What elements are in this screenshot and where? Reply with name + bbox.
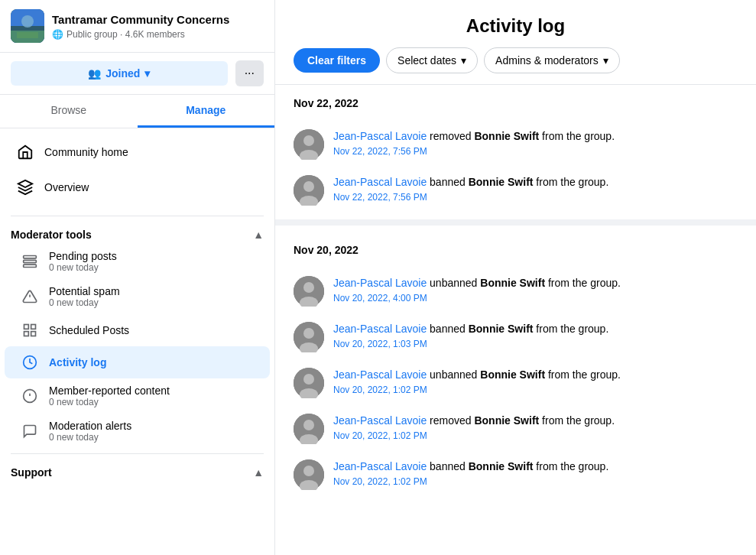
svg-rect-11 [24, 325, 29, 329]
action-0-1: banned [430, 176, 469, 188]
moderation-alerts-count: 0 new today [49, 432, 131, 443]
member-reported-info: Member-reported content 0 new today [49, 385, 170, 407]
log-text-1-1: Jean-Pascal Lavoie banned Bonnie Swift f… [333, 322, 738, 349]
log-entry-0-0: Jean-Pascal Lavoie removed Bonnie Swift … [275, 122, 756, 167]
log-action-1-2: Jean-Pascal Lavoie unbanned Bonnie Swift… [333, 368, 738, 383]
nav-item-potential-spam[interactable]: Potential spam 0 new today [5, 279, 270, 314]
log-action-0-0: Jean-Pascal Lavoie removed Bonnie Swift … [333, 129, 738, 144]
target-1-3: Bonnie Swift [474, 414, 539, 427]
target-1-2: Bonnie Swift [480, 368, 545, 381]
home-icon [15, 142, 35, 162]
avatar-0-1 [294, 175, 324, 206]
select-dates-chevron-icon: ▾ [461, 54, 466, 67]
svg-marker-5 [18, 180, 32, 187]
log-entry-1-2: Jean-Pascal Lavoie unbanned Bonnie Swift… [275, 360, 756, 406]
moderator-tools-title: Moderator tools [11, 229, 92, 241]
log-entry-1-3: Jean-Pascal Lavoie removed Bonnie Swift … [275, 406, 756, 452]
svg-rect-6 [24, 256, 37, 258]
timestamp-1-4: Nov 20, 2022, 1:02 PM [333, 476, 738, 487]
flag-icon [20, 386, 40, 406]
activity-log-label: Activity log [49, 356, 106, 368]
globe-icon: 🌐 [52, 29, 63, 40]
log-action-1-4: Jean-Pascal Lavoie banned Bonnie Swift f… [333, 459, 738, 475]
action-1-1: banned [430, 323, 469, 335]
activity-panel: Activity log Clear filters Select dates … [275, 0, 756, 555]
nav-item-moderation-alerts[interactable]: Moderation alerts 0 new today [5, 414, 270, 449]
nav-item-pending-posts[interactable]: Pending posts 0 new today [5, 244, 270, 279]
moderator-tools-collapse-button[interactable]: ▲ [253, 229, 264, 241]
log-entry-1-4: Jean-Pascal Lavoie banned Bonnie Swift f… [275, 452, 756, 498]
scheduled-posts-info: Scheduled Posts [49, 324, 129, 336]
tabs: Browse Manage [0, 95, 274, 128]
svg-rect-13 [24, 332, 29, 336]
avatar-1-4 [294, 459, 324, 490]
nav-item-activity-log[interactable]: Activity log [5, 346, 270, 378]
svg-point-26 [303, 282, 314, 293]
tab-browse[interactable]: Browse [0, 95, 138, 128]
svg-point-23 [303, 181, 314, 192]
actor-0-1: Jean-Pascal Lavoie [333, 176, 427, 188]
tail-1-1: from the group. [536, 323, 608, 335]
timestamp-0-1: Nov 22, 2022, 7:56 PM [333, 192, 738, 203]
support-collapse-button[interactable]: ▲ [253, 466, 264, 479]
date-heading-nov20: Nov 20, 2022 [294, 244, 738, 256]
target-0-1: Bonnie Swift [469, 176, 534, 188]
moderation-alerts-info: Moderation alerts 0 new today [49, 420, 131, 443]
support-title: Support [11, 466, 52, 479]
group-header: Tantramar Community Concerns 🌐 Public gr… [0, 0, 274, 53]
layers-icon [15, 177, 35, 197]
log-action-1-1: Jean-Pascal Lavoie banned Bonnie Swift f… [333, 322, 738, 337]
action-0-0: removed [430, 130, 474, 142]
log-text-0-0: Jean-Pascal Lavoie removed Bonnie Swift … [333, 129, 738, 157]
more-options-button[interactable]: ··· [235, 60, 264, 86]
group-avatar [11, 9, 44, 43]
svg-point-32 [303, 374, 314, 385]
activity-header: Activity log Clear filters Select dates … [275, 0, 756, 85]
avatar-0-0 [294, 129, 324, 160]
log-action-1-0: Jean-Pascal Lavoie unbanned Bonnie Swift… [333, 276, 738, 291]
tab-manage[interactable]: Manage [138, 95, 275, 128]
community-home-label: Community home [44, 146, 128, 158]
action-1-3: removed [430, 414, 474, 427]
actor-1-4: Jean-Pascal Lavoie [333, 460, 427, 472]
log-entry-0-1: Jean-Pascal Lavoie banned Bonnie Swift f… [275, 167, 756, 213]
clock-icon [20, 352, 40, 372]
timestamp-1-0: Nov 20, 2022, 4:00 PM [333, 293, 738, 303]
nav-item-overview[interactable]: Overview [5, 170, 270, 205]
admins-moderators-button[interactable]: Admins & moderators ▾ [484, 47, 620, 73]
tail-1-4: from the group. [536, 460, 608, 472]
joined-button[interactable]: 👥 Joined ▾ [11, 61, 228, 86]
clear-filters-button[interactable]: Clear filters [294, 48, 380, 73]
chevron-down-icon: ▾ [144, 67, 150, 80]
select-dates-button[interactable]: Select dates ▾ [386, 47, 478, 73]
activity-log-title: Activity log [294, 15, 738, 37]
log-action-1-3: Jean-Pascal Lavoie removed Bonnie Swift … [333, 414, 738, 429]
nav-item-member-reported[interactable]: Member-reported content 0 new today [5, 378, 270, 414]
main-content: Activity log Clear filters Select dates … [275, 0, 756, 555]
actor-1-0: Jean-Pascal Lavoie [333, 277, 427, 289]
potential-spam-label: Potential spam [49, 285, 120, 297]
pending-posts-info: Pending posts 0 new today [49, 250, 117, 273]
svg-rect-4 [17, 32, 38, 38]
target-0-0: Bonnie Swift [474, 130, 539, 142]
svg-rect-14 [31, 332, 36, 336]
moderation-alerts-label: Moderation alerts [49, 420, 131, 432]
timestamp-1-2: Nov 20, 2022, 1:02 PM [333, 385, 738, 395]
actor-1-3: Jean-Pascal Lavoie [333, 414, 427, 427]
nav-item-scheduled-posts[interactable]: Scheduled Posts [5, 314, 270, 346]
date-section-nov22: Nov 22, 2022 [275, 85, 756, 122]
group-info: Tantramar Community Concerns 🌐 Public gr… [52, 12, 264, 40]
svg-rect-7 [24, 260, 37, 262]
timestamp-0-0: Nov 22, 2022, 7:56 PM [333, 146, 738, 157]
pending-posts-count: 0 new today [49, 262, 117, 273]
filter-bar: Clear filters Select dates ▾ Admins & mo… [294, 47, 738, 73]
action-1-0: unbanned [430, 277, 480, 289]
timestamp-1-3: Nov 20, 2022, 1:02 PM [333, 430, 738, 441]
scheduled-posts-label: Scheduled Posts [49, 324, 129, 336]
overview-label: Overview [44, 181, 89, 193]
nav-item-community-home[interactable]: Community home [5, 135, 270, 170]
tail-1-2: from the group. [548, 368, 621, 381]
log-action-0-1: Jean-Pascal Lavoie banned Bonnie Swift f… [333, 175, 738, 190]
main-nav: Community home Overview [0, 128, 274, 211]
actor-1-2: Jean-Pascal Lavoie [333, 368, 427, 381]
